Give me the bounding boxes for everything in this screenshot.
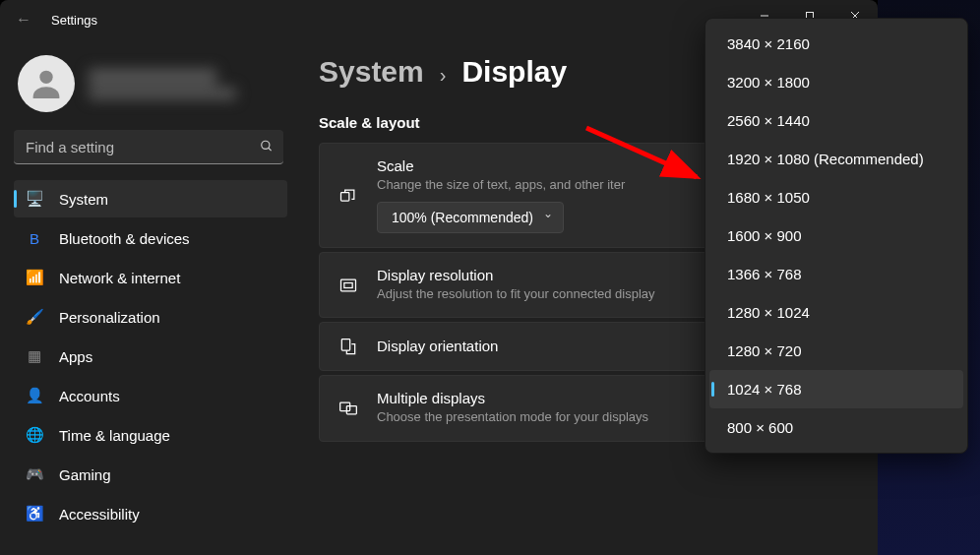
nav-label: Accounts: [59, 388, 120, 404]
sidebar-item-accounts[interactable]: 👤Accounts: [14, 377, 287, 414]
nav-icon: ▦: [26, 347, 43, 365]
nav-label: Apps: [59, 348, 92, 365]
window-title: Settings: [51, 13, 97, 28]
orientation-icon: [337, 337, 359, 356]
nav-label: Bluetooth & devices: [59, 230, 190, 247]
scale-icon: [337, 186, 359, 206]
profile-block[interactable]: [14, 47, 287, 130]
svg-rect-9: [344, 282, 352, 287]
nav-label: Accessibility: [59, 506, 140, 523]
nav-icon: B: [26, 229, 43, 247]
svg-rect-11: [340, 402, 350, 410]
nav-icon: ♿: [26, 505, 43, 523]
resolution-icon: [337, 276, 359, 295]
sidebar-item-time-language[interactable]: 🌐Time & language: [14, 416, 287, 454]
scale-dropdown[interactable]: 100% (Recommended): [377, 202, 564, 233]
resolution-option[interactable]: 1280 × 1024: [709, 293, 963, 332]
resolution-option[interactable]: 1680 × 1050: [709, 178, 963, 216]
resolution-flyout: 3840 × 21603200 × 18002560 × 14401920 × …: [704, 18, 968, 454]
sidebar: 🖥️SystemBBluetooth & devices📶Network & i…: [0, 39, 295, 555]
svg-point-5: [262, 141, 270, 149]
profile-text: [89, 69, 236, 99]
avatar: [18, 55, 75, 112]
resolution-option[interactable]: 800 × 600: [709, 408, 963, 447]
sidebar-item-network-internet[interactable]: 📶Network & internet: [14, 259, 287, 296]
resolution-option[interactable]: 1024 × 768: [709, 370, 963, 408]
profile-name: [89, 69, 216, 85]
sidebar-item-system[interactable]: 🖥️System: [14, 180, 287, 217]
nav-label: Network & internet: [59, 270, 180, 286]
nav-icon: 👤: [26, 387, 43, 404]
sidebar-item-accessibility[interactable]: ♿Accessibility: [14, 495, 287, 532]
nav-label: Personalization: [59, 309, 160, 326]
resolution-option[interactable]: 1366 × 768: [709, 255, 963, 293]
svg-line-6: [269, 148, 272, 151]
resolution-option[interactable]: 1280 × 720: [709, 332, 963, 370]
nav-label: Gaming: [59, 466, 111, 483]
nav-label: System: [59, 191, 108, 208]
sidebar-item-gaming[interactable]: 🎮Gaming: [14, 456, 287, 493]
resolution-option[interactable]: 2560 × 1440: [709, 101, 963, 140]
nav-label: Time & language: [59, 427, 170, 444]
search-box: [14, 130, 283, 164]
sidebar-item-apps[interactable]: ▦Apps: [14, 338, 287, 375]
nav-icon: 🎮: [26, 465, 43, 483]
resolution-option[interactable]: 1920 × 1080 (Recommended): [709, 140, 963, 178]
sidebar-item-personalization[interactable]: 🖌️Personalization: [14, 298, 287, 336]
svg-rect-10: [341, 339, 349, 351]
resolution-option[interactable]: 1600 × 900: [709, 216, 963, 255]
svg-rect-12: [346, 405, 356, 413]
multiple-displays-icon: [337, 399, 359, 418]
nav-icon: 🖥️: [26, 190, 43, 208]
nav-icon: 🌐: [26, 426, 43, 444]
back-button[interactable]: ←: [12, 8, 35, 31]
sidebar-nav: 🖥️SystemBBluetooth & devices📶Network & i…: [14, 180, 287, 532]
profile-email: [89, 88, 236, 99]
breadcrumb-sep: ›: [440, 64, 447, 87]
sidebar-item-bluetooth-devices[interactable]: BBluetooth & devices: [14, 219, 287, 257]
nav-icon: 📶: [26, 269, 43, 286]
resolution-option[interactable]: 3200 × 1800: [709, 63, 963, 101]
breadcrumb-parent[interactable]: System: [319, 55, 424, 89]
search-input[interactable]: [14, 130, 283, 164]
search-icon: [260, 139, 274, 155]
nav-icon: 🖌️: [26, 308, 43, 326]
svg-point-4: [39, 71, 52, 84]
resolution-option[interactable]: 3840 × 2160: [709, 25, 963, 63]
svg-rect-8: [341, 279, 356, 291]
breadcrumb-current: Display: [461, 55, 567, 89]
svg-rect-7: [341, 192, 349, 200]
